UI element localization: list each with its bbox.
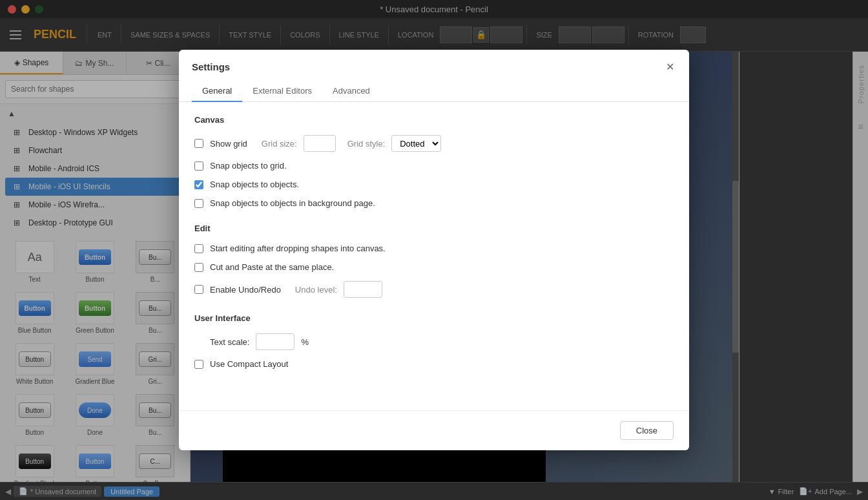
undo-row: Enable Undo/Redo Undo level: 10 — [194, 281, 674, 298]
snap-grid-row: Snap objects to grid. — [194, 161, 674, 171]
cut-paste-label: Cut and Paste at the same place. — [210, 262, 334, 272]
compact-layout-row: Use Compact Layout — [194, 359, 674, 369]
tab-general[interactable]: General — [192, 81, 242, 102]
edit-section-title: Edit — [194, 224, 674, 233]
start-editing-checkbox[interactable] — [194, 244, 203, 253]
canvas-section: Canvas Show grid Grid size: 5 Grid style… — [194, 115, 674, 208]
tab-external-editors[interactable]: External Editors — [242, 81, 322, 102]
snap-grid-label: Snap objects to grid. — [210, 161, 287, 171]
show-grid-row: Show grid Grid size: 5 Grid style: Dotte… — [194, 135, 674, 152]
edit-section: Edit Start editing after dropping shapes… — [194, 224, 674, 298]
text-scale-input[interactable]: 100 — [256, 333, 294, 350]
grid-size-label: Grid size: — [262, 139, 297, 149]
dialog-header: Settings ✕ — [179, 50, 689, 73]
text-scale-row: Text scale: 100 % — [194, 333, 674, 350]
snap-bg-row: Snap objects to objects in background pa… — [194, 198, 674, 208]
snap-objects-checkbox[interactable] — [194, 180, 203, 189]
dialog-footer: Close — [179, 410, 689, 450]
cut-paste-checkbox[interactable] — [194, 263, 203, 272]
enable-undo-label: Enable Undo/Redo — [210, 285, 281, 295]
close-button[interactable]: Close — [620, 421, 674, 440]
dialog-close-button[interactable]: ✕ — [663, 60, 676, 73]
undo-level-label: Undo level: — [295, 285, 337, 295]
snap-objects-row: Snap objects to objects. — [194, 180, 674, 189]
show-grid-label: Show grid — [210, 139, 247, 149]
snap-grid-checkbox[interactable] — [194, 161, 203, 171]
canvas-section-title: Canvas — [194, 115, 674, 125]
tab-advanced[interactable]: Advanced — [322, 81, 380, 102]
grid-size-input[interactable]: 5 — [304, 135, 336, 152]
grid-style-select[interactable]: Dotted Lines None — [391, 135, 441, 152]
text-scale-unit: % — [301, 337, 309, 347]
compact-layout-label: Use Compact Layout — [210, 359, 288, 369]
grid-style-label: Grid style: — [347, 139, 386, 149]
ui-section: User Interface Text scale: 100 % Use Com… — [194, 313, 674, 369]
modal-overlay: Settings ✕ General External Editors Adva… — [0, 0, 868, 500]
show-grid-checkbox[interactable] — [194, 139, 203, 148]
cut-paste-row: Cut and Paste at the same place. — [194, 262, 674, 272]
compact-layout-checkbox[interactable] — [194, 360, 203, 369]
text-scale-label: Text scale: — [210, 337, 249, 347]
ui-section-title: User Interface — [194, 313, 674, 323]
snap-bg-checkbox[interactable] — [194, 199, 203, 208]
start-editing-row: Start editing after dropping shapes into… — [194, 244, 674, 253]
snap-objects-label: Snap objects to objects. — [210, 180, 299, 189]
start-editing-label: Start editing after dropping shapes into… — [210, 244, 386, 253]
enable-undo-checkbox[interactable] — [194, 285, 203, 294]
settings-dialog: Settings ✕ General External Editors Adva… — [179, 50, 689, 450]
snap-bg-label: Snap objects to objects in background pa… — [210, 198, 375, 208]
undo-level-input[interactable]: 10 — [344, 281, 382, 298]
dialog-body: Canvas Show grid Grid size: 5 Grid style… — [179, 102, 689, 410]
dialog-title: Settings — [192, 61, 230, 72]
dialog-tabs: General External Editors Advanced — [179, 73, 689, 102]
